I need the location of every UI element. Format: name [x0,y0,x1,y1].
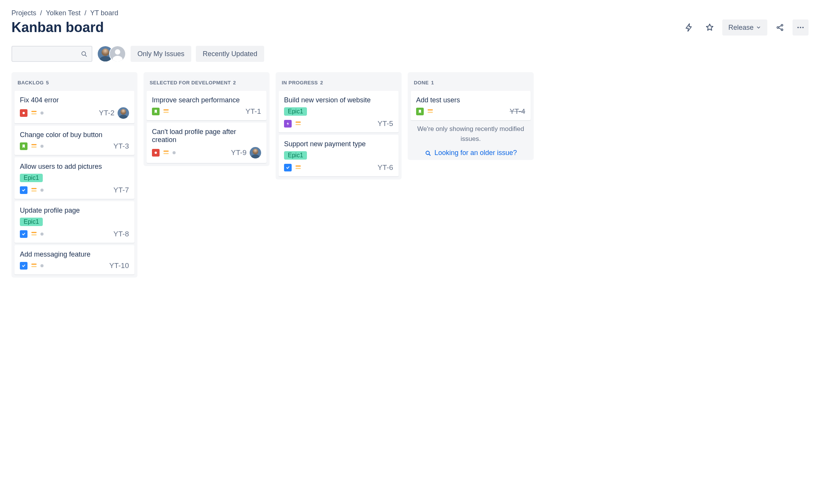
breadcrumb-item[interactable]: Yolken Test [46,9,81,17]
search-input[interactable] [11,46,92,62]
issue-key: YT-3 [113,142,129,150]
issue-card[interactable]: Build new version of websiteEpic1YT-5 [279,91,399,132]
priority-icon [427,108,434,116]
flag-indicator [173,151,176,154]
card-title: Add test users [416,96,525,104]
svg-rect-27 [163,109,169,110]
issue-key: YT-9 [231,149,247,157]
breadcrumb-separator: / [84,9,86,17]
priority-icon [31,186,37,194]
task-icon [20,230,27,238]
card-footer: YT-10 [20,262,129,270]
epic-badge[interactable]: Epic1 [20,174,43,182]
column-title: Done [414,80,429,86]
svg-rect-15 [31,113,37,114]
column-count: 5 [46,80,49,86]
card-footer: YT-6 [284,163,393,172]
svg-rect-28 [163,111,169,113]
card-title: Change color of buy button [20,131,129,139]
card-footer: YT-4 [416,107,525,116]
share-icon[interactable] [772,19,788,36]
breadcrumb: Projects / Yolken Test / YT board [11,9,809,17]
svg-rect-40 [428,111,433,113]
flag-indicator [40,111,44,115]
only-my-issues-button[interactable]: Only My Issues [131,46,191,62]
card-title: Fix 404 error [20,96,129,104]
release-button[interactable]: Release [722,19,767,36]
issue-card[interactable]: Can't load profile page after creationYT… [147,123,266,163]
assignee-avatar[interactable] [250,147,261,158]
svg-rect-26 [31,266,37,267]
issue-card[interactable]: Allow users to add picturesEpic1YT-7 [15,157,134,199]
card-footer: YT-1 [152,107,261,116]
issue-key: YT-10 [109,262,129,270]
card-title: Add messaging feature [20,250,129,258]
svg-rect-25 [31,263,37,265]
story-icon [152,108,160,115]
breadcrumb-item[interactable]: YT board [90,9,118,17]
issue-card[interactable]: Add test usersYT-4 [411,91,531,120]
card-title: Can't load profile page after creation [152,128,261,144]
issue-key: YT-8 [113,230,129,238]
svg-point-17 [121,109,126,115]
search-icon [80,50,88,58]
svg-point-3 [797,27,799,28]
priority-icon [163,108,169,116]
column-header: Backlog5 [15,75,134,91]
priority-icon [31,109,37,117]
issue-card[interactable]: Fix 404 errorYT-2 [15,91,134,123]
column: In Progress2Build new version of website… [276,72,402,179]
card-title: Support new payment type [284,140,393,148]
card-title: Build new version of website [284,96,393,104]
svg-point-13 [23,112,25,114]
recently-updated-button[interactable]: Recently Updated [196,46,264,62]
column: Backlog5Fix 404 errorYT-2Change color of… [11,72,137,278]
task-icon [20,262,27,270]
more-icon[interactable] [793,19,809,36]
avatar-unassigned[interactable] [109,45,126,62]
svg-rect-38 [295,168,301,169]
automation-icon[interactable] [681,19,697,36]
issue-card[interactable]: Support new payment typeEpic1YT-6 [279,135,399,176]
issue-key: YT-6 [378,163,393,172]
issue-key: YT-1 [245,107,261,116]
flag-indicator [40,145,44,148]
assignee-avatar[interactable] [118,107,129,119]
issue-card[interactable]: Change color of buy buttonYT-3 [15,126,134,155]
column-count: 2 [320,80,323,86]
issue-card[interactable]: Update profile pageEpic1YT-8 [15,201,134,243]
card-title: Improve search performance [152,96,261,104]
card-title: Allow users to add pictures [20,163,129,171]
svg-point-8 [102,48,109,56]
svg-rect-21 [31,188,37,189]
column-title: In Progress [282,80,318,86]
epic-badge[interactable]: Epic1 [284,151,307,160]
svg-rect-14 [31,111,37,112]
svg-rect-31 [163,153,169,154]
breadcrumb-item[interactable]: Projects [11,9,36,17]
story-icon [416,108,424,115]
column-title: Selected for Development [150,80,231,86]
breadcrumb-separator: / [40,9,42,17]
flag-indicator [40,233,44,236]
flag-indicator [40,189,44,192]
card-footer: YT-8 [20,230,129,238]
priority-icon [31,262,37,270]
card-footer: YT-9 [152,147,261,158]
chevron-down-icon [756,25,761,30]
column-count: 2 [233,80,236,86]
star-icon[interactable] [702,19,718,36]
card-footer: YT-3 [20,142,129,150]
svg-rect-36 [295,124,301,125]
epic-badge[interactable]: Epic1 [284,107,307,116]
bug-icon [152,149,160,157]
svg-point-11 [115,49,120,55]
svg-rect-23 [31,232,37,233]
search-icon [425,150,431,157]
issue-card[interactable]: Add messaging featureYT-10 [15,245,134,275]
epic-badge[interactable]: Epic1 [20,218,43,226]
epic-icon [284,120,292,128]
page-title: Kanban board [11,19,104,36]
issue-card[interactable]: Improve search performanceYT-1 [147,91,266,120]
older-issue-link[interactable]: Looking for an older issue? [411,149,531,157]
